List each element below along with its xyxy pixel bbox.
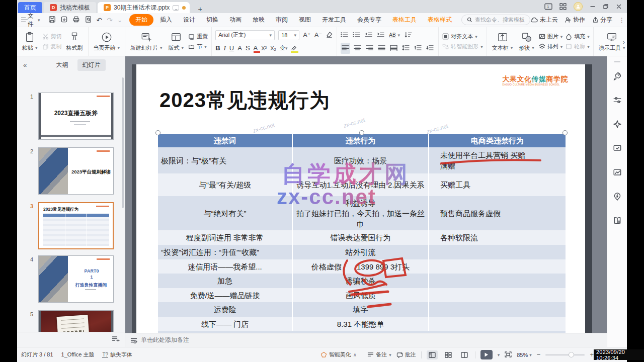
fit-slide-button[interactable] — [505, 351, 512, 358]
menu-item-devtools[interactable]: 开发工具 — [317, 14, 351, 26]
presenter-view-icon[interactable]: 1 — [544, 3, 552, 10]
menu-item-animation[interactable]: 动画 — [225, 14, 246, 26]
comment-bubble-icon[interactable] — [173, 5, 179, 11]
fill-button[interactable]: 填充▾ — [566, 33, 590, 40]
thumbnail-4[interactable]: 4 PART01 打造良性直播间 — [28, 255, 114, 303]
zoom-in-button[interactable]: + — [590, 351, 594, 358]
quick-start-rocket-icon[interactable] — [613, 71, 622, 82]
panel-scrollbar[interactable] — [122, 77, 124, 208]
align-right-button[interactable] — [365, 43, 374, 54]
menu-item-table-tool[interactable]: 表格工具 — [388, 14, 421, 26]
redo-button[interactable]: ↷ — [107, 16, 113, 24]
slide-canvas[interactable]: 2023常见违规行为 大果文化传媒商学院 DAGUO CULTURE MEDIA… — [125, 56, 607, 333]
to-smartart-button[interactable]: 转智能图形▾ — [442, 43, 483, 50]
tab-docer-templates[interactable]: D 找稿壳模板 — [44, 2, 96, 13]
current-slide[interactable]: 2023常见违规行为 大果文化传媒商学院 DAGUO CULTURE MEDIA… — [132, 64, 592, 333]
menu-item-transition[interactable]: 切换 — [202, 14, 223, 26]
font-color-button[interactable]: A — [254, 44, 258, 52]
print-preview-icon[interactable] — [85, 16, 92, 25]
command-search-input[interactable]: 查找命令、搜索模板 — [461, 15, 530, 25]
para-spacing-remove-icon[interactable] — [425, 43, 435, 54]
distribute-button[interactable] — [389, 43, 398, 54]
thumbnail-1[interactable]: 1 2023直播五板斧 — [28, 93, 114, 140]
save-icon[interactable] — [48, 16, 56, 25]
zoom-slider-knob[interactable] — [569, 352, 574, 357]
slide-sorter-view-button[interactable] — [443, 350, 454, 359]
bullet-list-icon[interactable] — [341, 31, 348, 40]
collapse-panel-icon[interactable]: « — [17, 61, 32, 69]
flash-badge-icon[interactable] — [613, 192, 622, 203]
layout-button[interactable]: 版式▾ — [167, 32, 186, 52]
char-frame-button[interactable]: A — [237, 44, 242, 52]
missing-font-indicator[interactable]: T? 缺失字体 — [102, 351, 132, 358]
restore-button[interactable] — [603, 4, 609, 10]
workspace-grid-icon[interactable] — [559, 3, 567, 10]
outline-button[interactable]: 轮廓▾ — [566, 43, 590, 50]
smart-beautify-button[interactable]: 智能美化 ∧ — [320, 351, 357, 358]
slideshow-play-button[interactable] — [480, 350, 493, 359]
subscript-button[interactable]: X₂ — [270, 45, 276, 51]
share-button[interactable]: 分享 — [592, 16, 612, 24]
strikethrough-button[interactable]: S — [246, 44, 250, 52]
more-menu-icon[interactable]: ⋮ — [619, 17, 625, 24]
increase-indent-icon[interactable] — [377, 31, 384, 40]
close-button[interactable] — [616, 4, 622, 10]
align-center-button[interactable] — [353, 43, 362, 54]
reset-button[interactable]: 重置 — [188, 33, 208, 40]
para-spacing-add-icon[interactable] — [413, 43, 423, 54]
thumb-canvas[interactable]: 2023常见违规行为 — [38, 202, 114, 249]
thumb-canvas[interactable]: 2023平台规则解读 — [38, 147, 114, 195]
numbered-list-icon[interactable] — [353, 31, 360, 40]
superscript-button[interactable]: X² — [261, 45, 267, 51]
italic-button[interactable]: I — [224, 44, 226, 52]
output-icon[interactable] — [60, 16, 68, 25]
zoom-level-select[interactable]: 85% ▾ — [517, 352, 532, 358]
theme-name[interactable]: 1_Office 主题 — [61, 351, 95, 358]
format-painter-button[interactable]: 格式刷 — [65, 32, 85, 52]
menu-item-table-style[interactable]: 表格样式 — [423, 14, 456, 26]
justify-button[interactable] — [377, 43, 386, 54]
cloud-status-button[interactable]: 未上云 — [530, 16, 558, 24]
quickbar-more-icon[interactable]: ⌄ — [117, 17, 122, 24]
notes-bar[interactable]: 单击此处添加备注 — [125, 333, 607, 347]
notes-toggle-button[interactable]: 备注 ▾ — [367, 351, 391, 358]
pinyin-guide-button[interactable]: 变▾ — [280, 44, 288, 52]
align-text-button[interactable]: 对齐文本▾ — [442, 33, 483, 40]
screen-share-icon[interactable] — [613, 144, 622, 155]
undo-button[interactable]: ↶ — [97, 16, 103, 24]
play-options-chevron[interactable]: ▾ — [498, 352, 500, 357]
thumb-canvas[interactable]: PART01 打造良性直播间 — [38, 255, 114, 303]
ribbon-expand-icon[interactable]: › — [623, 38, 625, 46]
zoom-slider[interactable] — [545, 354, 585, 355]
thumbnail-2[interactable]: 2 2023平台规则解读 — [28, 147, 114, 195]
menu-item-member[interactable]: 会员专享 — [353, 14, 386, 26]
collaborate-button[interactable]: 协作 — [565, 16, 585, 24]
bold-button[interactable]: B — [215, 44, 220, 52]
reading-view-button[interactable] — [459, 350, 470, 359]
menu-item-design[interactable]: 设计 — [179, 14, 200, 26]
arrange-button[interactable]: 排列▾ — [539, 43, 563, 50]
line-spacing-button[interactable] — [401, 43, 411, 54]
new-slide-button[interactable]: 新建幻灯片▾ — [129, 32, 164, 52]
present-tools-button[interactable]: 演示工具▾ — [597, 32, 627, 52]
minimize-button[interactable] — [590, 4, 596, 10]
textbox-button[interactable]: 文本框▾ — [491, 32, 515, 52]
menu-item-slideshow[interactable]: 放映 — [248, 14, 269, 26]
menu-item-home[interactable]: 开始 — [129, 14, 153, 26]
menu-item-view[interactable]: 视图 — [294, 14, 315, 26]
font-name-select[interactable]: Arial (正文)▾ — [215, 30, 275, 40]
underline-button[interactable]: U — [229, 44, 234, 52]
tab-document[interactable]: P 30期主播话术课.pptx — [98, 2, 190, 13]
decrease-indent-icon[interactable] — [365, 31, 372, 40]
font-size-select[interactable]: 18▾ — [278, 30, 299, 40]
file-menu[interactable]: 文件 ▾ — [17, 12, 44, 29]
effects-star-icon[interactable] — [613, 120, 622, 131]
zoom-out-button[interactable]: − — [537, 351, 541, 358]
image-tools-icon[interactable] — [613, 168, 622, 179]
thumb-canvas[interactable] — [38, 310, 114, 332]
highlight-button[interactable] — [291, 44, 297, 52]
copy-button[interactable]: 复制 — [42, 43, 62, 50]
knowledge-book-icon[interactable] — [613, 216, 622, 227]
normal-view-button[interactable] — [427, 350, 438, 359]
decrease-font-icon[interactable]: A⁻ — [314, 31, 323, 39]
